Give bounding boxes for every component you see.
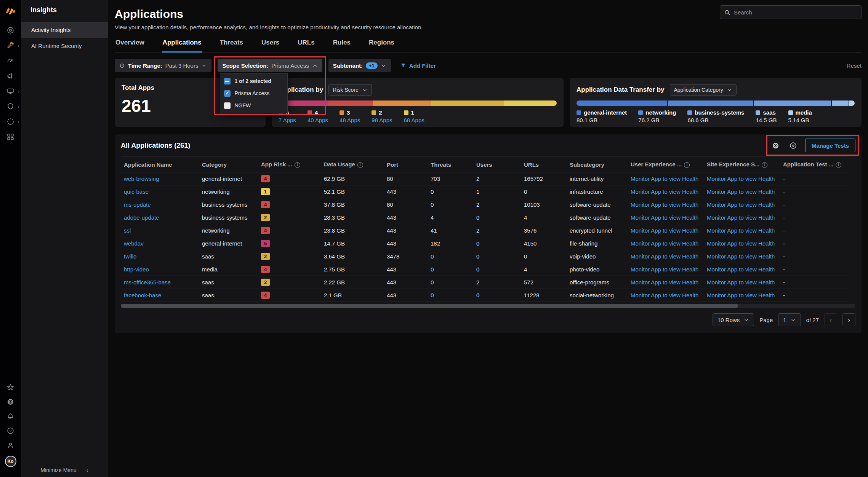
application-name-link[interactable]: quic-base xyxy=(124,188,149,195)
command-center-icon[interactable] xyxy=(0,26,21,34)
monitor-app-link[interactable]: Monitor App to view Health xyxy=(631,279,698,286)
global-search[interactable] xyxy=(720,5,862,19)
monitor-app-link[interactable]: Monitor App to view Health xyxy=(707,253,775,260)
table-settings-gear-icon[interactable] xyxy=(770,140,782,151)
tab-overview[interactable]: Overview xyxy=(115,39,145,53)
scope-option-select-all[interactable]: 1 of 2 selected xyxy=(220,75,287,87)
table-row[interactable]: facebook-base saas 4 2.1 GB 443 0 0 1122… xyxy=(121,289,849,302)
previous-page-button[interactable]: ‹ xyxy=(824,313,837,326)
application-category-selector[interactable]: Application Category xyxy=(670,84,737,96)
monitor-app-link[interactable]: Monitor App to view Health xyxy=(631,240,698,247)
tab-applications[interactable]: Applications xyxy=(162,39,202,53)
user-avatar[interactable]: Ko xyxy=(5,456,16,467)
monitor-app-link[interactable]: Monitor App to view Health xyxy=(631,266,698,273)
workflows-monitor-icon[interactable]: › xyxy=(0,87,21,95)
add-filter-button[interactable]: Add Filter xyxy=(400,62,436,69)
column-header-users[interactable]: Users xyxy=(473,157,521,172)
sidebar-item-activity-insights[interactable]: Activity Insights xyxy=(21,22,108,38)
announcements-icon[interactable] xyxy=(0,72,21,80)
table-row[interactable]: http-video media 4 2.75 GB 443 0 0 4 pho… xyxy=(121,263,849,276)
monitor-app-link[interactable]: Monitor App to view Health xyxy=(631,175,698,182)
column-header-subcategory[interactable]: Subcategory xyxy=(567,157,628,172)
monitor-app-link[interactable]: Monitor App to view Health xyxy=(707,201,775,208)
monitor-app-link[interactable]: Monitor App to view Health xyxy=(707,175,775,182)
application-name-link[interactable]: facebook-base xyxy=(124,292,161,298)
legend-value[interactable]: 98 Apps xyxy=(372,117,392,123)
legend-value[interactable]: 68 Apps xyxy=(404,117,424,123)
monitor-app-link[interactable]: Monitor App to view Health xyxy=(631,292,698,298)
tab-regions[interactable]: Regions xyxy=(368,39,395,53)
application-name-link[interactable]: ms-office365-base xyxy=(124,279,171,286)
tab-urls[interactable]: URLs xyxy=(297,39,315,53)
tab-threats[interactable]: Threats xyxy=(219,39,244,53)
monitor-app-link[interactable]: Monitor App to view Health xyxy=(707,292,775,298)
reset-filters-button[interactable]: Reset xyxy=(847,62,862,69)
monitor-app-link[interactable]: Monitor App to view Health xyxy=(631,214,698,221)
application-name-link[interactable]: ms-update xyxy=(124,201,151,208)
application-name-link[interactable]: adobe-update xyxy=(124,214,159,221)
subtenant-filter[interactable]: Subtenant: +1 xyxy=(328,59,391,72)
horizontal-scrollbar[interactable] xyxy=(121,304,855,308)
manage-tests-button[interactable]: Manage Tests xyxy=(805,139,855,152)
monitor-app-link[interactable]: Monitor App to view Health xyxy=(631,188,698,195)
help-icon[interactable]: ? xyxy=(0,427,21,435)
scrollbar-thumb[interactable] xyxy=(121,304,738,308)
next-page-button[interactable]: › xyxy=(842,313,855,326)
monitor-app-link[interactable]: Monitor App to view Health xyxy=(707,214,775,221)
column-header-threats[interactable]: Threats xyxy=(428,157,473,172)
page-number-selector[interactable]: 1 xyxy=(778,313,801,326)
application-name-link[interactable]: twilio xyxy=(124,253,136,260)
monitor-app-link[interactable]: Monitor App to view Health xyxy=(631,201,698,208)
sidebar-item-ai-runtime-security[interactable]: AI Runtime Security xyxy=(21,38,108,54)
table-row[interactable]: ms-update business-systems 4 37.8 GB 80 … xyxy=(121,198,849,211)
column-header-application-name[interactable]: Application Name xyxy=(121,157,199,172)
time-range-filter[interactable]: Time Range: Past 3 Hours xyxy=(115,59,211,72)
user-profile-icon[interactable] xyxy=(0,441,21,449)
column-header-user-experience[interactable]: User Experience ...i xyxy=(628,157,704,172)
notifications-bell-icon[interactable] xyxy=(0,412,21,420)
column-header-app-risk[interactable]: App Risk ...i xyxy=(258,157,321,172)
table-row[interactable]: twilio saas 2 3.64 GB 3478 0 0 0 voip-vi… xyxy=(121,250,849,263)
indeterminate-checkbox[interactable] xyxy=(224,78,231,85)
monitor-app-link[interactable]: Monitor App to view Health xyxy=(707,266,775,273)
rows-per-page-selector[interactable]: 10 Rows xyxy=(713,313,754,326)
application-name-link[interactable]: ssl xyxy=(124,227,131,234)
scope-option-prisma-access[interactable]: Prisma Access xyxy=(220,87,287,99)
column-header-category[interactable]: Category xyxy=(199,157,258,172)
monitor-app-link[interactable]: Monitor App to view Health xyxy=(707,188,775,195)
minimize-menu-button[interactable]: Minimize Menu ‹ xyxy=(21,467,108,473)
table-row[interactable]: quic-base networking 1 52.1 GB 443 0 1 0… xyxy=(121,185,849,198)
palo-alto-logo[interactable] xyxy=(5,5,16,17)
column-header-site-experience[interactable]: Site Experience S...i xyxy=(704,157,780,172)
application-name-link[interactable]: web-browsing xyxy=(124,175,159,182)
table-row[interactable]: ssl networking 4 23.8 GB 443 41 2 3576 e… xyxy=(121,224,849,237)
monitor-app-link[interactable]: Monitor App to view Health xyxy=(707,279,775,286)
risk-score-selector[interactable]: Risk Score xyxy=(328,84,372,96)
table-row[interactable]: ms-office365-base saas 2 2.22 GB 443 0 2… xyxy=(121,276,849,289)
insights-wrench-icon[interactable]: › xyxy=(0,41,21,49)
checked-checkbox[interactable] xyxy=(224,90,231,97)
monitor-app-link[interactable]: Monitor App to view Health xyxy=(707,240,775,247)
application-name-link[interactable]: webdav xyxy=(124,240,144,247)
scope-selection-filter[interactable]: Scope Selection: Prisma Access xyxy=(218,59,322,72)
column-header-port[interactable]: Port xyxy=(384,157,428,172)
search-input[interactable] xyxy=(734,9,857,16)
table-row[interactable]: adobe-update business-systems 2 28.3 GB … xyxy=(121,211,849,224)
tab-rules[interactable]: Rules xyxy=(332,39,351,53)
table-row[interactable]: web-browsing general-internet 4 62.9 GB … xyxy=(121,172,849,185)
monitor-app-link[interactable]: Monitor App to view Health xyxy=(707,227,775,234)
tab-users[interactable]: Users xyxy=(261,39,280,53)
download-icon[interactable] xyxy=(788,140,799,151)
column-header-data-usage[interactable]: Data Usagei xyxy=(321,157,384,172)
column-header-application-test[interactable]: Application Test ...i xyxy=(780,157,849,172)
unchecked-checkbox[interactable] xyxy=(224,102,231,109)
monitor-app-link[interactable]: Monitor App to view Health xyxy=(631,227,698,234)
settings-gear-icon[interactable] xyxy=(0,398,21,406)
legend-value[interactable]: 48 Apps xyxy=(340,117,360,123)
application-name-link[interactable]: http-video xyxy=(124,266,149,273)
scope-option-ngfw[interactable]: NGFW xyxy=(220,99,287,112)
objects-grid-icon[interactable] xyxy=(0,133,21,141)
favorites-star-icon[interactable] xyxy=(0,383,21,391)
dashboard-gauge-icon[interactable] xyxy=(0,57,21,65)
monitor-app-link[interactable]: Monitor App to view Health xyxy=(631,253,698,260)
